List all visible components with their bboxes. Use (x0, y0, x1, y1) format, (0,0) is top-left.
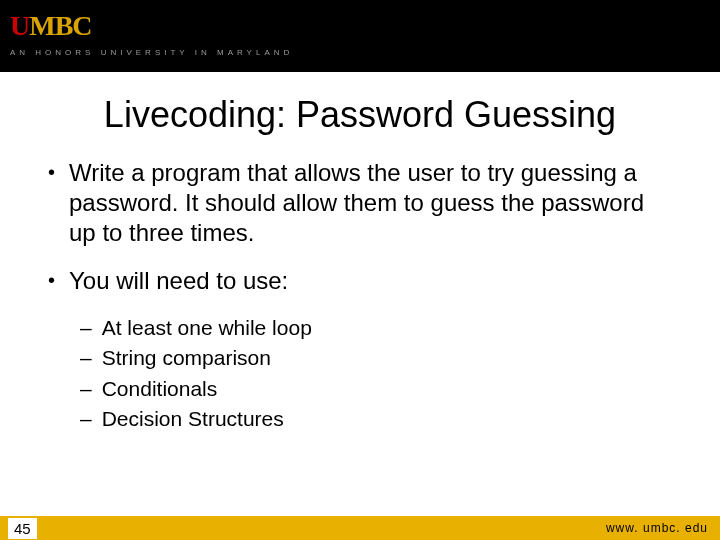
header-bar: UMBC AN HONORS UNIVERSITY IN MARYLAND (0, 0, 720, 72)
slide: UMBC AN HONORS UNIVERSITY IN MARYLAND Li… (0, 0, 720, 540)
footer-bar: 45 www. umbc. edu (0, 516, 720, 540)
bullet-dot-icon: • (48, 158, 55, 248)
dash-icon: – (80, 405, 92, 433)
sub-bullet-text: Decision Structures (102, 405, 284, 433)
dash-icon: – (80, 375, 92, 403)
dash-icon: – (80, 344, 92, 372)
bullet-item: • Write a program that allows the user t… (48, 158, 672, 248)
slide-content: • Write a program that allows the user t… (0, 136, 720, 433)
bullet-text: Write a program that allows the user to … (69, 158, 672, 248)
sub-bullet-text: Conditionals (102, 375, 218, 403)
sub-bullet-item: – Decision Structures (80, 405, 672, 433)
bullet-item: • You will need to use: (48, 266, 672, 296)
page-number: 45 (8, 518, 37, 539)
dash-icon: – (80, 314, 92, 342)
umbc-logo: UMBC (10, 10, 720, 42)
bullet-dot-icon: • (48, 266, 55, 296)
sub-bullet-text: At least one while loop (102, 314, 312, 342)
sub-bullet-text: String comparison (102, 344, 271, 372)
bullet-text: You will need to use: (69, 266, 288, 296)
sub-bullet-item: – At least one while loop (80, 314, 672, 342)
tagline: AN HONORS UNIVERSITY IN MARYLAND (10, 48, 720, 57)
sub-bullet-item: – Conditionals (80, 375, 672, 403)
footer-url: www. umbc. edu (606, 521, 708, 535)
sub-bullet-item: – String comparison (80, 344, 672, 372)
slide-title: Livecoding: Password Guessing (0, 94, 720, 136)
